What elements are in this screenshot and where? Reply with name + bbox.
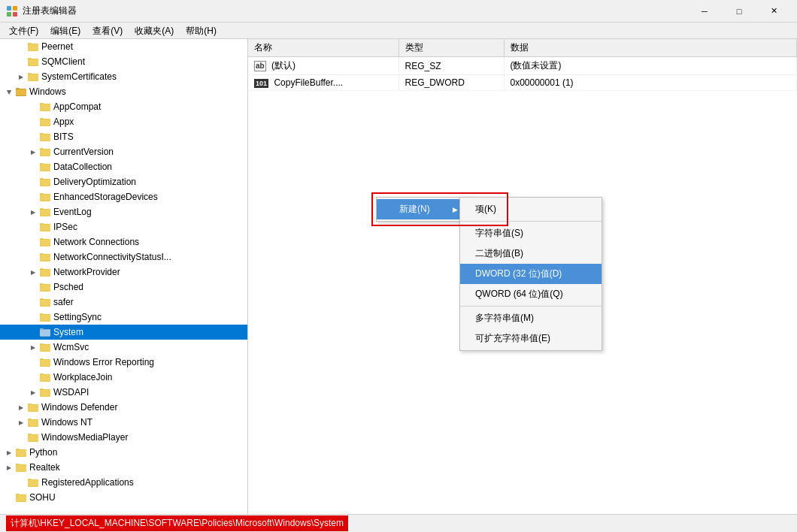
tree-item-system[interactable]: System — [0, 325, 247, 340]
status-bar: 计算机\HKEY_LOCAL_MACHINE\SOFTWARE\Policies… — [0, 514, 797, 532]
arrow-eventlog: ▶ — [27, 209, 39, 216]
svg-rect-17 — [40, 240, 50, 246]
tree-item-appx[interactable]: Appx — [0, 114, 247, 129]
label-wer: Windows Error Reporting — [53, 357, 154, 367]
table-row[interactable]: 101 CopyFileBuffer.... REG_DWORD 0x00000… — [248, 75, 797, 91]
svg-rect-3 — [13, 12, 17, 17]
tree-item-datacollection[interactable]: DataCollection — [0, 159, 247, 174]
tree-item-networkconn[interactable]: Network Connections — [0, 234, 247, 249]
tree-item-peernet[interactable]: Peernet — [0, 39, 247, 54]
tree-item-psched[interactable]: Psched — [0, 280, 247, 295]
context-menu-container: 新建(N) ▶ 项(K) 字符串值(S) 二进制值(B) DWORD (32 位… — [376, 197, 474, 222]
svg-rect-25 — [40, 360, 50, 366]
tree-item-wer[interactable]: Windows Error Reporting — [0, 355, 247, 370]
minimize-button[interactable]: ─ — [687, 0, 722, 23]
svg-rect-34 — [16, 495, 26, 501]
label-sqmclient: SQMClient — [41, 56, 85, 67]
label-wsdapi: WSDAPI — [53, 387, 89, 397]
folder-icon-appcompat — [39, 101, 51, 112]
tree-item-deliveryopt[interactable]: DeliveryOptimization — [0, 174, 247, 189]
svg-rect-19 — [40, 270, 50, 276]
submenu-item-binary[interactable]: 二进制值(B) — [460, 243, 602, 264]
submenu-item-string[interactable]: 字符串值(S) — [460, 223, 602, 243]
label-networkcsi: NetworkConnectivityStatusI... — [53, 252, 171, 262]
svg-rect-11 — [40, 150, 50, 156]
cell-name-default: ab (默认) — [248, 57, 398, 75]
folder-icon-registeredapps — [27, 477, 39, 488]
cell-data-copyfile: 0x00000001 (1) — [504, 75, 797, 91]
app-icon — [6, 5, 18, 17]
folder-icon-windows — [15, 86, 27, 97]
tree-item-windowsnt[interactable]: ▶ Windows NT — [0, 415, 247, 430]
svg-rect-31 — [16, 450, 26, 456]
svg-rect-21 — [40, 300, 50, 306]
tree-item-realtek[interactable]: ▶ Realtek — [0, 460, 247, 475]
tree-item-windows[interactable]: ▶ Windows — [0, 84, 247, 99]
tree-item-settingsync[interactable]: SettingSync — [0, 310, 247, 325]
maximize-button[interactable]: □ — [722, 0, 756, 23]
submenu-item-multistring[interactable]: 多字符串值(M) — [460, 308, 602, 328]
cell-type-default: REG_SZ — [398, 57, 504, 75]
window-title: 注册表编辑器 — [23, 5, 77, 17]
tree-item-bits[interactable]: BITS — [0, 129, 247, 144]
tree-item-python[interactable]: ▶ Python — [0, 445, 247, 460]
tree-panel: Peernet SQMClient ▶ SystemCertificates ▶… — [0, 39, 248, 514]
label-windowsmediaplayer: WindowsMediaPlayer — [41, 432, 128, 443]
close-button[interactable]: ✕ — [756, 0, 791, 23]
tree-item-enhancedstorage[interactable]: EnhancedStorageDevices — [0, 189, 247, 204]
label-currentversion: CurrentVersion — [53, 147, 114, 157]
svg-rect-8 — [40, 104, 50, 110]
tree-item-currentversion[interactable]: ▶ CurrentVersion — [0, 144, 247, 159]
label-peernet: Peernet — [41, 41, 73, 52]
menu-view[interactable]: 查看(V) — [86, 23, 129, 38]
cell-type-copyfile: REG_DWORD — [398, 75, 504, 91]
tree-item-systemcerts[interactable]: ▶ SystemCertificates — [0, 69, 247, 84]
tree-item-wsdapi[interactable]: ▶ WSDAPI — [0, 385, 247, 400]
status-path: 计算机\HKEY_LOCAL_MACHINE\SOFTWARE\Policies… — [6, 515, 348, 531]
main-area: Peernet SQMClient ▶ SystemCertificates ▶… — [0, 39, 797, 514]
menu-help[interactable]: 帮助(H) — [180, 23, 223, 38]
menu-favorites[interactable]: 收藏夹(A) — [129, 23, 180, 38]
label-windowsdefender: Windows Defender — [41, 402, 117, 413]
submenu-item-key[interactable]: 项(K) — [460, 199, 602, 219]
col-type: 类型 — [398, 39, 504, 57]
tree-item-sqmclient[interactable]: SQMClient — [0, 54, 247, 69]
context-submenu: 项(K) 字符串值(S) 二进制值(B) DWORD (32 位)值(D) QW… — [459, 197, 602, 351]
tree-item-windowsdefender[interactable]: ▶ Windows Defender — [0, 400, 247, 415]
svg-rect-1 — [13, 6, 17, 11]
folder-icon-wsdapi — [39, 387, 51, 397]
tree-item-registeredapps[interactable]: RegisteredApplications — [0, 475, 247, 490]
label-realtek: Realtek — [29, 462, 60, 473]
label-networkprovider: NetworkProvider — [53, 267, 120, 277]
label-networkconn: Network Connections — [53, 237, 139, 247]
tree-item-windowsmediaplayer[interactable]: WindowsMediaPlayer — [0, 430, 247, 445]
submenu-item-qword[interactable]: QWORD (64 位)值(Q) — [460, 284, 602, 304]
tree-item-wcmsvc[interactable]: ▶ WcmSvc — [0, 340, 247, 355]
svg-rect-14 — [40, 195, 50, 201]
registry-table: 名称 类型 数据 ab (默认) REG_SZ (数值未设置) 101 — [248, 39, 797, 91]
menu-file[interactable]: 文件(F) — [3, 23, 44, 38]
title-bar-left: 注册表编辑器 — [6, 5, 77, 17]
folder-icon-wer — [39, 357, 51, 367]
ab-icon: ab — [254, 61, 266, 71]
tree-item-ipsec[interactable]: IPSec — [0, 219, 247, 234]
tree-item-networkcsi[interactable]: NetworkConnectivityStatusI... — [0, 249, 247, 264]
tree-item-workplacejoin[interactable]: WorkplaceJoin — [0, 370, 247, 385]
col-name: 名称 — [248, 39, 398, 57]
tree-item-safer[interactable]: safer — [0, 295, 247, 310]
folder-icon-bits — [39, 131, 51, 142]
menu-edit[interactable]: 编辑(E) — [44, 23, 86, 38]
tree-item-sohu[interactable]: SOHU — [0, 490, 247, 505]
folder-icon-system — [39, 327, 51, 337]
label-bits: BITS — [53, 131, 74, 142]
folder-icon-windowsnt — [27, 417, 39, 428]
context-menu-new[interactable]: 新建(N) ▶ — [377, 199, 473, 219]
folder-icon-safer — [39, 297, 51, 307]
tree-item-eventlog[interactable]: ▶ EventLog — [0, 204, 247, 219]
svg-rect-33 — [28, 480, 38, 486]
submenu-item-expandstring[interactable]: 可扩充字符串值(E) — [460, 328, 602, 349]
table-row[interactable]: ab (默认) REG_SZ (数值未设置) — [248, 57, 797, 75]
submenu-item-dword[interactable]: DWORD (32 位)值(D) — [460, 264, 602, 284]
tree-item-networkprovider[interactable]: ▶ NetworkProvider — [0, 264, 247, 280]
tree-item-appcompat[interactable]: AppCompat — [0, 99, 247, 114]
